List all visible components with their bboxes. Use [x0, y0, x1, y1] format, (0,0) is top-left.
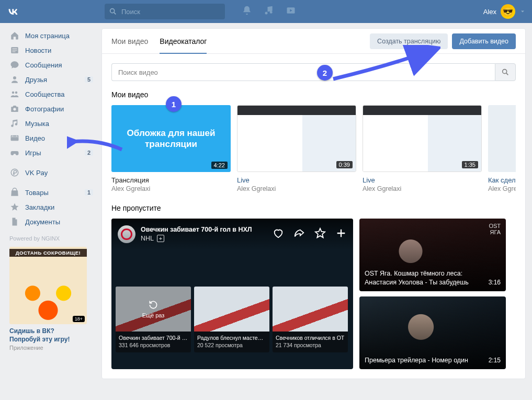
- featured-player[interactable]: Овечкин забивает 700-й гол в НХЛ NHL+: [111, 219, 353, 369]
- video-card[interactable]: 1:35 Live Alex Ggrelaxi: [363, 105, 482, 192]
- mini-card[interactable]: Радулов блеснул мастерс…20 522 просмотра: [194, 287, 269, 352]
- mini-card[interactable]: Ещё раз Овечкин забивает 700-й г…331 646…: [116, 287, 191, 352]
- add-icon[interactable]: [335, 227, 347, 242]
- ad-banner: ДОСТАНЬ СОКРОВИЩЕ!: [9, 249, 87, 257]
- video-icon: [9, 133, 20, 143]
- tabs-row: Мои видео Видеокаталог Создать трансляци…: [102, 29, 525, 54]
- add-video-button[interactable]: Добавить видео: [452, 33, 516, 49]
- nav-photos[interactable]: Фотографии: [6, 101, 94, 116]
- dont-miss-row: Овечкин забивает 700-й гол в НХЛ NHL+: [111, 219, 516, 369]
- tab-catalog[interactable]: Видеокаталог: [160, 29, 207, 53]
- camera-icon: [9, 104, 20, 113]
- video-author: Alex Ggrelaxi: [237, 185, 356, 192]
- friends-icon: [9, 75, 20, 84]
- nav-music[interactable]: Музыка: [6, 116, 94, 131]
- like-icon[interactable]: [273, 227, 284, 242]
- video-title: Live: [237, 176, 356, 184]
- video-thumb: 1:35: [363, 105, 482, 172]
- nav-market[interactable]: Товары1: [6, 185, 94, 200]
- global-search: [105, 4, 225, 19]
- ad-subtitle: Приложение: [9, 345, 87, 351]
- video-author: Alex Ggrelaxi: [111, 185, 231, 192]
- side-card[interactable]: Премьера трейлера - Номер один 2:15: [359, 296, 506, 369]
- nav-label: Сообщения: [25, 61, 62, 69]
- bookmark-icon[interactable]: [314, 227, 326, 242]
- channel-logo-icon: [118, 225, 135, 243]
- video-card[interactable]: Как сдела Alex Ggre: [488, 105, 516, 192]
- news-icon: [9, 45, 20, 55]
- svg-point-9: [503, 70, 507, 74]
- my-videos-row: Обложка для нашей трансляции4:22 Трансля…: [111, 105, 516, 192]
- video-search: [111, 63, 516, 81]
- video-search-input[interactable]: [111, 63, 495, 81]
- video-card[interactable]: Обложка для нашей трансляции4:22 Трансля…: [111, 105, 231, 192]
- subscribe-icon[interactable]: +: [157, 235, 164, 242]
- header-icons: [242, 5, 296, 18]
- powered-text: Powered by NGINX: [9, 235, 94, 242]
- nav-games[interactable]: Игры2: [6, 145, 94, 160]
- left-sidebar: Моя страница Новости Сообщения Друзья5 С…: [6, 28, 94, 379]
- vk-logo-icon[interactable]: [6, 4, 21, 19]
- video-card[interactable]: 0:39 Live Alex Ggrelaxi: [237, 105, 356, 192]
- notifications-icon[interactable]: [242, 5, 252, 18]
- player-header: Овечкин забивает 700-й гол в НХЛ NHL+: [111, 219, 353, 250]
- nav-label: Документы: [25, 218, 60, 226]
- duration-badge: 4:22: [211, 162, 228, 169]
- mini-card[interactable]: Свечников отличился в ОТ21 734 просмотра: [273, 287, 348, 352]
- user-menu[interactable]: Alex 😎: [483, 4, 526, 19]
- mini-title: Свечников отличился в ОТ: [276, 334, 345, 341]
- svg-rect-7: [11, 135, 19, 141]
- again-label: Ещё раз: [142, 312, 165, 318]
- nav-groups[interactable]: Сообщества: [6, 87, 94, 101]
- svg-point-4: [12, 92, 15, 94]
- duration-badge: 3:16: [489, 279, 501, 286]
- video-author: Alex Ggrelaxi: [363, 185, 482, 192]
- section-my-videos: Мои видео: [111, 90, 516, 99]
- avatar: 😎: [501, 4, 515, 19]
- nav-my-page[interactable]: Моя страница: [6, 28, 94, 43]
- nav-label: Музыка: [25, 120, 49, 128]
- music-icon[interactable]: [264, 5, 274, 18]
- nav-messages[interactable]: Сообщения: [6, 58, 94, 72]
- create-stream-button[interactable]: Создать трансляцию: [370, 33, 448, 49]
- tab-my-videos[interactable]: Мои видео: [111, 29, 148, 53]
- search-icon: [109, 7, 117, 18]
- card-title: OST Яга. Кошмар тёмного леса: Анастасия …: [365, 269, 481, 287]
- nav-video[interactable]: Видео: [6, 131, 94, 145]
- player-channel: NHL: [141, 234, 154, 243]
- mini-title: Радулов блеснул мастерс…: [197, 334, 266, 341]
- mini-views: 331 646 просмотров: [119, 341, 188, 349]
- global-search-input[interactable]: [105, 4, 225, 19]
- nav-label: Моя страница: [25, 32, 70, 40]
- ad-title: Сидишь в ВК? Попробуй эту игру!: [9, 327, 87, 344]
- chevron-down-icon: [519, 8, 526, 15]
- nav-news[interactable]: Новости: [6, 43, 94, 58]
- video-player-icon[interactable]: [286, 5, 296, 18]
- player-title: Овечкин забивает 700-й гол в НХЛ: [141, 225, 267, 234]
- nav-docs[interactable]: Документы: [6, 214, 94, 229]
- share-icon[interactable]: [293, 227, 305, 242]
- video-thumb: Обложка для нашей трансляции4:22: [111, 105, 231, 172]
- mini-cards: Ещё раз Овечкин забивает 700-й г…331 646…: [116, 287, 348, 352]
- svg-point-3: [13, 76, 16, 79]
- nav-vkpay[interactable]: VK Pay: [6, 165, 94, 180]
- duration-badge: 2:15: [489, 357, 501, 364]
- video-title: Как сдела: [488, 176, 516, 184]
- video-search-button[interactable]: [495, 63, 516, 81]
- top-header: Alex 😎: [0, 0, 532, 23]
- nav-label: Видео: [25, 134, 45, 142]
- mini-views: 20 522 просмотра: [197, 341, 266, 349]
- nav-label: Друзья: [25, 76, 47, 84]
- nav-friends[interactable]: Друзья5: [6, 72, 94, 87]
- star-icon: [9, 202, 20, 212]
- nav-label: Игры: [25, 149, 41, 157]
- sidebar-ad[interactable]: ДОСТАНЬ СОКРОВИЩЕ! 18+ Сидишь в ВК? Попр…: [9, 247, 87, 351]
- side-card[interactable]: OST ЯГА OST Яга. Кошмар тёмного леса: Ан…: [359, 219, 506, 291]
- side-cards: OST ЯГА OST Яга. Кошмар тёмного леса: Ан…: [359, 219, 506, 369]
- svg-point-0: [110, 9, 115, 13]
- replay-icon: [148, 300, 159, 310]
- message-icon: [9, 60, 20, 70]
- ruble-icon: [9, 168, 20, 177]
- nav-bookmarks[interactable]: Закладки: [6, 200, 94, 214]
- user-name: Alex: [483, 8, 496, 16]
